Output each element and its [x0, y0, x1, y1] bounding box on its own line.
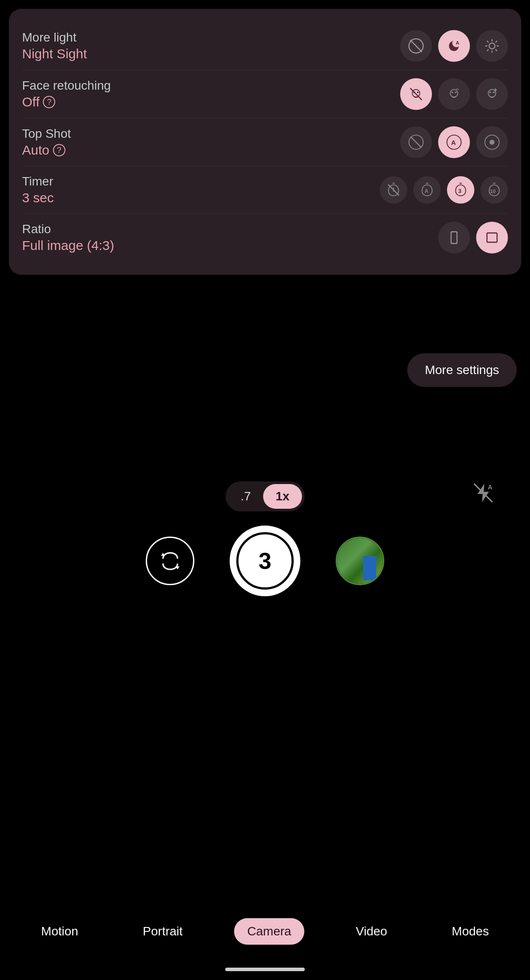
svg-point-20 [489, 91, 491, 93]
face-retouching-help-icon: ? [43, 96, 55, 108]
ratio-label: Ratio Full image (4:3) [22, 222, 438, 253]
svg-text:3: 3 [458, 188, 461, 194]
svg-point-3 [489, 43, 495, 49]
top-shot-on-btn[interactable] [476, 126, 508, 158]
timer-auto-btn[interactable]: A [413, 176, 441, 204]
night-sight-on-btn[interactable] [476, 30, 508, 62]
ratio-value: Full image (4:3) [22, 238, 438, 253]
night-sight-row: More light Night Sight A [22, 22, 508, 70]
bottom-navigation: Motion Portrait Camera Video Modes [0, 918, 530, 945]
svg-line-15 [410, 88, 422, 100]
flip-camera-button[interactable] [146, 537, 194, 585]
svg-point-28 [489, 140, 494, 144]
zoom-1x-btn[interactable]: 1x [263, 484, 302, 509]
more-settings-button[interactable]: More settings [407, 353, 517, 387]
svg-text:10: 10 [490, 189, 496, 194]
shutter-button[interactable]: 3 [230, 526, 300, 596]
top-shot-auto-btn[interactable]: A [438, 126, 470, 158]
svg-point-18 [455, 91, 457, 93]
gallery-thumbnail [337, 538, 383, 584]
night-sight-auto-btn[interactable]: A [438, 30, 470, 62]
svg-text:A: A [424, 188, 428, 194]
shutter-countdown: 3 [259, 548, 272, 574]
nav-camera[interactable]: Camera [234, 918, 305, 945]
face-retouching-value: Off ? [22, 95, 400, 110]
night-sight-value: Night Sight [22, 46, 400, 61]
gallery-person-figure [363, 556, 376, 580]
svg-point-16 [450, 90, 458, 97]
face-retouching-options [400, 78, 508, 110]
nav-portrait[interactable]: Portrait [129, 918, 196, 945]
ratio-169-btn[interactable] [438, 222, 470, 254]
svg-line-1 [410, 40, 422, 52]
svg-line-11 [487, 49, 488, 51]
timer-title: Timer [22, 174, 380, 189]
nav-video[interactable]: Video [343, 918, 401, 945]
svg-point-17 [451, 91, 453, 93]
timer-options: A 3 10 [380, 176, 508, 204]
settings-panel: More light Night Sight A [9, 9, 521, 275]
svg-text:A: A [456, 40, 459, 45]
top-shot-help-icon: ? [53, 144, 65, 156]
nav-modes[interactable]: Modes [439, 918, 502, 945]
night-sight-off-btn[interactable] [400, 30, 432, 62]
ratio-title: Ratio [22, 222, 438, 236]
svg-line-8 [487, 41, 488, 42]
svg-line-24 [411, 137, 422, 148]
svg-line-9 [496, 49, 497, 51]
ratio-options [438, 222, 508, 254]
flash-icon-area[interactable]: A [472, 481, 495, 506]
gallery-button[interactable] [336, 537, 384, 585]
svg-text:A: A [488, 484, 492, 491]
face-retouching-title: Face retouching [22, 79, 400, 93]
shutter-inner: 3 [236, 532, 294, 590]
face-retouching-smooth-btn[interactable] [476, 78, 508, 110]
zoom-07-btn[interactable]: .7 [228, 484, 263, 509]
face-retouching-label: Face retouching Off ? [22, 79, 400, 110]
timer-3sec-btn[interactable]: 3 [447, 176, 474, 204]
svg-rect-38 [451, 232, 457, 244]
top-shot-row: Top Shot Auto ? A [22, 118, 508, 166]
face-retouching-off-btn[interactable] [400, 78, 432, 110]
svg-point-12 [412, 90, 420, 97]
ratio-row: Ratio Full image (4:3) [22, 214, 508, 261]
timer-row: Timer 3 sec A [22, 166, 508, 214]
night-sight-title: More light [22, 30, 400, 45]
top-shot-label: Top Shot Auto ? [22, 127, 400, 158]
face-retouching-row: Face retouching Off ? [22, 70, 508, 118]
timer-10sec-btn[interactable]: 10 [481, 176, 508, 204]
svg-text:A: A [451, 139, 456, 146]
camera-controls: 3 [0, 526, 530, 596]
top-shot-value: Auto ? [22, 143, 400, 158]
svg-point-14 [417, 91, 419, 93]
night-sight-options: A [400, 30, 508, 62]
zoom-controls: .7 1x [226, 481, 305, 511]
top-shot-options: A [400, 126, 508, 158]
ratio-43-btn[interactable] [476, 222, 508, 254]
top-shot-off-btn[interactable] [400, 126, 432, 158]
top-shot-title: Top Shot [22, 127, 400, 141]
nav-motion[interactable]: Motion [28, 918, 91, 945]
svg-line-10 [496, 41, 497, 42]
timer-value: 3 sec [22, 190, 380, 205]
svg-rect-39 [487, 233, 497, 242]
timer-label: Timer 3 sec [22, 174, 380, 205]
svg-point-21 [493, 91, 495, 93]
night-sight-label: More light Night Sight [22, 30, 400, 61]
home-indicator [225, 968, 305, 971]
face-retouching-natural-btn[interactable] [438, 78, 470, 110]
timer-off-btn[interactable] [380, 176, 407, 204]
